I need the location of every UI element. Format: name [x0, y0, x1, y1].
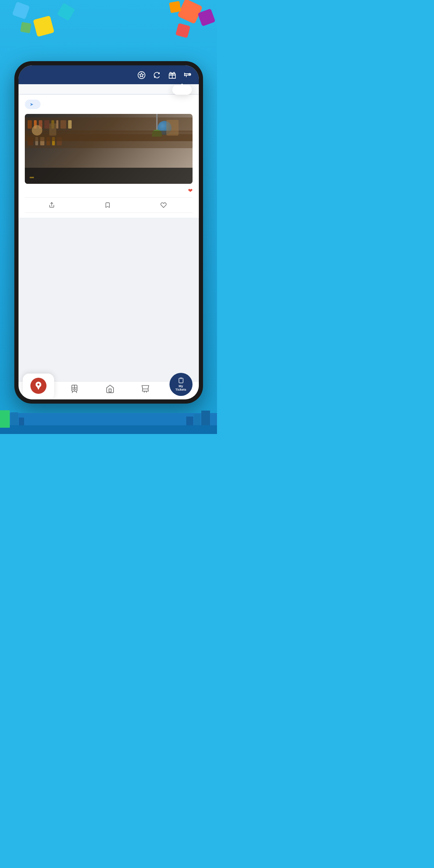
article-card: ❤ [25, 114, 193, 213]
svg-point-4 [73, 389, 74, 390]
cityscape [0, 406, 217, 434]
home-icon [30, 378, 46, 394]
refresh-icon[interactable] [152, 70, 162, 80]
share-button[interactable] [49, 202, 57, 208]
megaphone-icon[interactable] [183, 70, 193, 80]
station-row: ➤ [25, 100, 193, 109]
action-bar [25, 198, 193, 213]
location-icon: ➤ [30, 102, 34, 107]
article-likes: ❤ [186, 187, 193, 194]
star-icon[interactable] [137, 70, 146, 80]
content-area: ➤ [19, 95, 199, 218]
like-button[interactable] [160, 202, 169, 208]
image-title-sub [30, 177, 34, 178]
heart-icon[interactable]: ❤ [188, 187, 193, 194]
nearby-news-tooltip [172, 85, 192, 95]
header-icons [137, 70, 193, 80]
tab-latest-news[interactable] [19, 84, 109, 94]
nav-home[interactable] [23, 374, 54, 399]
gift-icon[interactable] [167, 70, 177, 80]
phone-frame: ➤ [14, 61, 203, 404]
bottom-nav: MyTickets [19, 381, 199, 399]
svg-point-5 [75, 389, 76, 390]
bookmark-button[interactable] [104, 202, 113, 208]
svg-point-0 [138, 72, 145, 79]
cafe-interior [25, 114, 193, 163]
station-badge[interactable]: ➤ [25, 100, 41, 109]
tab-bar [19, 84, 199, 95]
article-footer: ❤ [25, 184, 193, 198]
green-strip [0, 410, 10, 428]
phone-screen: ➤ [19, 65, 199, 399]
article-image[interactable] [25, 114, 193, 184]
nav-transport[interactable] [57, 384, 93, 395]
nav-station-shops[interactable] [128, 384, 164, 395]
nav-my-tickets[interactable]: MyTickets [169, 373, 193, 396]
app-header [19, 65, 199, 84]
tab-container [19, 84, 199, 95]
nav-malls[interactable] [92, 384, 128, 395]
my-tickets-label: MyTickets [175, 385, 186, 392]
image-overlay [25, 168, 193, 184]
svg-rect-6 [109, 389, 111, 392]
